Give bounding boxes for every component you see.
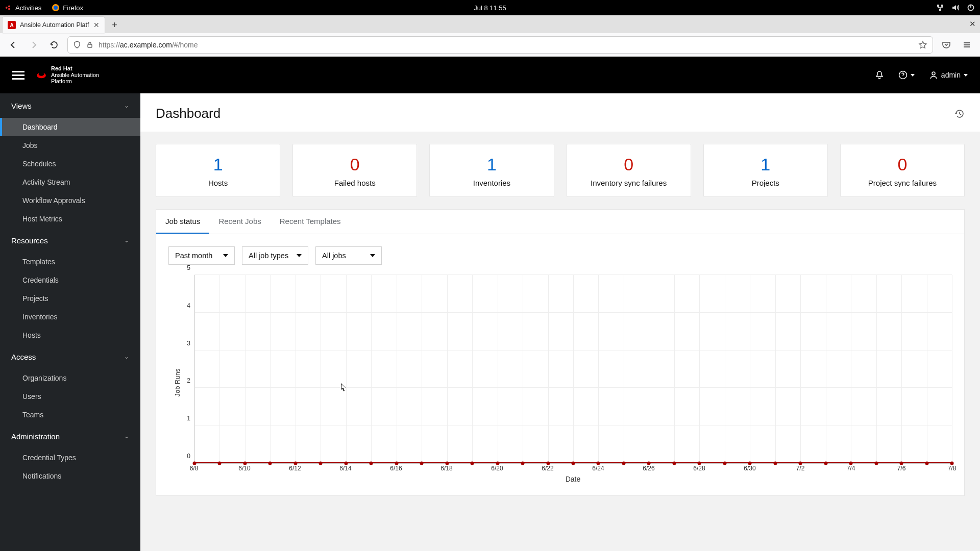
card-hosts[interactable]: 1Hosts <box>156 144 280 197</box>
app-header: Red Hat Ansible Automation Platform admi… <box>0 57 980 93</box>
sidebar-item-users[interactable]: Users <box>0 387 140 406</box>
tab-job-status[interactable]: Job status <box>156 210 209 234</box>
url-text: https://ac.example.com/#/home <box>99 41 913 49</box>
sidebar-section-header[interactable]: Administration⌄ <box>0 424 140 448</box>
filter-past-month[interactable]: Past month <box>168 246 235 265</box>
card-failed-hosts[interactable]: 0Failed hosts <box>292 144 417 197</box>
clock[interactable]: Jul 8 11:55 <box>474 4 506 12</box>
sidebar-item-jobs[interactable]: Jobs <box>0 136 140 155</box>
volume-icon[interactable] <box>951 4 960 12</box>
chart-vgridline <box>447 275 448 463</box>
sidebar-item-activity-stream[interactable]: Activity Stream <box>0 173 140 191</box>
sidebar-item-credentials[interactable]: Credentials <box>0 271 140 289</box>
chart-vgridline <box>699 275 700 463</box>
chart-ytick: 4 <box>187 302 194 309</box>
chart-vgridline <box>270 275 271 463</box>
chart-ylabel: Job Runs <box>174 369 181 397</box>
card-inventories[interactable]: 1Inventories <box>429 144 554 197</box>
nav-toggle-button[interactable] <box>12 69 24 81</box>
sidebar-item-credential-types[interactable]: Credential Types <box>0 448 140 467</box>
card-inventory-sync-failures[interactable]: 0Inventory sync failures <box>567 144 691 197</box>
chart-container: Job Runs 012345 6/86/106/126/146/166/186… <box>156 270 964 495</box>
sidebar-section-header[interactable]: Resources⌄ <box>0 228 140 253</box>
svg-rect-9 <box>88 44 92 47</box>
chart-ytick: 5 <box>187 264 194 271</box>
sidebar-item-notifications[interactable]: Notifications <box>0 467 140 485</box>
window-close-icon[interactable]: ✕ <box>969 19 976 29</box>
sidebar-item-templates[interactable]: Templates <box>0 253 140 271</box>
chart-plot[interactable]: 012345 <box>194 275 952 464</box>
firefox-menu[interactable]: Firefox <box>52 4 83 12</box>
pocket-button[interactable] <box>939 38 953 52</box>
chevron-down-icon: ⌄ <box>124 237 129 244</box>
filter-label: All jobs <box>322 252 346 260</box>
sidebar-item-host-metrics[interactable]: Host Metrics <box>0 210 140 228</box>
chart-vgridline <box>321 275 321 463</box>
chart-ytick: 3 <box>187 340 194 347</box>
back-button[interactable] <box>6 38 20 52</box>
history-button[interactable] <box>954 109 965 119</box>
sidebar-item-schedules[interactable]: Schedules <box>0 155 140 173</box>
card-value: 1 <box>161 155 275 174</box>
app-menu-button[interactable] <box>960 38 974 52</box>
chart-vgridline <box>851 275 851 463</box>
tab-favicon: A <box>8 21 16 29</box>
bell-icon <box>875 70 884 80</box>
activities-button[interactable]: Activities <box>5 4 41 12</box>
caret-down-icon <box>370 254 375 257</box>
card-projects[interactable]: 1Projects <box>703 144 828 197</box>
browser-tab[interactable]: A Ansible Automation Platf ✕ <box>3 17 105 33</box>
chart-ytick: 1 <box>187 415 194 422</box>
chart-xtick: 6/12 <box>289 465 301 472</box>
svg-point-1 <box>8 6 10 8</box>
svg-point-13 <box>932 72 935 75</box>
chart-vgridline <box>523 275 523 463</box>
card-label: Inventory sync failures <box>572 179 685 187</box>
new-tab-button[interactable]: + <box>108 18 122 32</box>
bookmark-star-icon[interactable] <box>918 40 927 49</box>
chart-vgridline <box>901 275 902 463</box>
card-value: 0 <box>846 155 959 174</box>
chart-ytick: 2 <box>187 377 194 384</box>
sidebar-item-dashboard[interactable]: Dashboard <box>0 118 140 136</box>
sidebar-item-hosts[interactable]: Hosts <box>0 326 140 344</box>
sidebar-section-header[interactable]: Access⌄ <box>0 344 140 369</box>
help-menu[interactable] <box>898 70 915 80</box>
notifications-button[interactable] <box>875 70 884 80</box>
sidebar-item-organizations[interactable]: Organizations <box>0 369 140 387</box>
chart-ytick: 0 <box>187 453 194 460</box>
chart-vgridline <box>598 275 599 463</box>
chart-vgridline <box>548 275 549 463</box>
page-title: Dashboard <box>156 106 220 121</box>
sidebar-section-header[interactable]: Views⌄ <box>0 93 140 118</box>
tab-recent-templates[interactable]: Recent Templates <box>271 210 350 234</box>
sidebar-section-title: Administration <box>11 432 60 441</box>
reload-button[interactable] <box>47 38 61 52</box>
forward-button[interactable] <box>27 38 41 52</box>
caret-down-icon <box>223 254 228 257</box>
svg-point-2 <box>8 8 10 10</box>
filter-all-jobs[interactable]: All jobs <box>315 246 382 265</box>
back-icon <box>9 40 18 49</box>
network-icon[interactable] <box>936 4 944 12</box>
card-project-sync-failures[interactable]: 0Project sync failures <box>840 144 965 197</box>
card-value: 1 <box>435 155 548 174</box>
user-menu[interactable]: admin <box>929 70 968 80</box>
chart-vgridline <box>397 275 397 463</box>
sidebar-item-projects[interactable]: Projects <box>0 289 140 308</box>
filter-all-job-types[interactable]: All job types <box>242 246 308 265</box>
chart-xticks: 6/86/106/126/146/166/186/206/226/246/266… <box>194 464 952 472</box>
power-icon[interactable] <box>967 4 975 12</box>
url-bar[interactable]: https://ac.example.com/#/home <box>67 36 933 54</box>
tab-recent-jobs[interactable]: Recent Jobs <box>209 210 270 234</box>
firefox-label: Firefox <box>63 4 83 12</box>
tab-close-icon[interactable]: ✕ <box>93 21 100 29</box>
chart-vgridline <box>674 275 675 463</box>
chart-vgridline <box>346 275 347 463</box>
sidebar-item-teams[interactable]: Teams <box>0 406 140 424</box>
chart-xtick: 6/8 <box>190 465 199 472</box>
brand-logo[interactable]: Red Hat Ansible Automation Platform <box>36 65 99 85</box>
sidebar-item-inventories[interactable]: Inventories <box>0 308 140 326</box>
sidebar-item-workflow-approvals[interactable]: Workflow Approvals <box>0 191 140 210</box>
chart-xlabel: Date <box>194 475 952 483</box>
